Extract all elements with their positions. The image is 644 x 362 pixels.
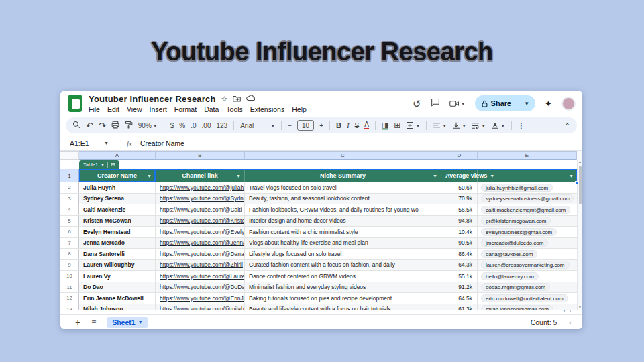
sheet-tab-menu-icon[interactable]: ▼ — [138, 320, 143, 324]
cell-average-views[interactable]: 10.4k — [441, 227, 478, 237]
cell-creator-name[interactable]: Lauren Willoughby — [79, 260, 156, 271]
cell-niche-summary[interactable]: Fashion content with a chic minimalist s… — [245, 227, 441, 237]
cell-email[interactable]: erin.mcdowell@unitedtalent.com — [478, 293, 577, 304]
column-dropdown-icon[interactable]: ▼ — [147, 174, 152, 178]
row-number[interactable]: 8 — [60, 249, 79, 259]
strikethrough-button[interactable]: S — [355, 122, 360, 129]
cell-channel-link[interactable]: https://www.youtube.com/@DanaSantorelli — [156, 249, 245, 259]
fill-handle[interactable] — [575, 181, 578, 184]
increase-font-size-button[interactable]: + — [319, 122, 323, 129]
undo-icon[interactable]: ↶ — [86, 121, 93, 131]
selection-count[interactable]: Count: 5 — [531, 318, 557, 326]
meet-camera-icon[interactable]: ▼ — [449, 100, 466, 107]
percent-format-button[interactable]: % — [179, 122, 185, 129]
cell-creator-name[interactable]: Evelyn Hemstead — [79, 227, 156, 237]
channel-link-text[interactable]: https://www.youtube.com/@KristenMcGowan — [160, 217, 245, 224]
increase-decimals-button[interactable]: .00 — [202, 122, 211, 129]
channel-link-text[interactable]: https://www.youtube.com/@ErinJeanneMcDow… — [160, 295, 245, 302]
cell-niche-summary[interactable]: Fashion lookbooks, GRWM videos, and dail… — [245, 204, 441, 215]
share-dropdown-icon[interactable]: ▼ — [521, 101, 533, 107]
cell-email[interactable]: lauren@crossovermarketing.com — [478, 260, 577, 271]
cell-channel-link[interactable]: https://www.youtube.com/@SydneySerena — [156, 194, 245, 204]
cell-channel-link[interactable]: https://www.youtube.com/@KristenMcGowan — [156, 216, 245, 227]
header-cell-niche-summary[interactable]: Niche Summary ▼ — [245, 169, 441, 182]
row-number[interactable]: 4 — [60, 204, 79, 215]
text-wrap-button[interactable]: ▼ — [472, 122, 486, 129]
cell-email[interactable]: evelynbusiness@gmail.com — [478, 227, 577, 237]
print-icon[interactable] — [111, 121, 119, 130]
menu-item-data[interactable]: Data — [204, 105, 219, 113]
cell-average-views[interactable]: 86.4k — [441, 249, 478, 259]
borders-button[interactable]: ⊞ — [394, 121, 400, 130]
font-select[interactable]: Arial ▼ — [240, 122, 275, 129]
cell-niche-summary[interactable]: Beauty and lifestyle content with a focu… — [245, 304, 441, 310]
collapse-stats-icon[interactable]: ‹ — [569, 318, 572, 326]
paint-format-icon[interactable] — [125, 121, 133, 130]
row-number-1[interactable]: 1 — [60, 169, 79, 182]
cell-niche-summary[interactable]: Curated fashion content with a focus on … — [245, 260, 441, 271]
scroll-down-icon[interactable]: ▼ — [578, 305, 582, 310]
add-sheet-button[interactable]: + — [75, 317, 80, 328]
italic-button[interactable]: I — [347, 121, 350, 129]
channel-link-text[interactable]: https://www.youtube.com/@DanaSantorelli — [160, 251, 245, 257]
email-chip[interactable]: dana@tavkbell.com — [481, 250, 537, 258]
cell-niche-summary[interactable]: Beauty, fashion, and seasonal lookbook c… — [245, 194, 441, 204]
account-avatar[interactable] — [561, 97, 576, 111]
column-header-b[interactable]: B — [156, 151, 245, 160]
cell-creator-name[interactable]: Julia Huynh — [79, 182, 156, 193]
cell-channel-link[interactable]: https://www.youtube.com/@DoDao — [156, 282, 245, 293]
cell-average-views[interactable]: 64.3k — [441, 260, 478, 271]
email-chip[interactable]: erin.mcdowell@unitedtalent.com — [481, 294, 568, 302]
decrease-font-size-button[interactable]: − — [288, 122, 292, 129]
menu-item-format[interactable]: Format — [174, 105, 197, 113]
text-rotate-button[interactable]: ▼ — [491, 122, 505, 129]
cell-average-views[interactable]: 94.8k — [441, 216, 478, 227]
menu-item-help[interactable]: Help — [292, 105, 307, 113]
cell-channel-link[interactable]: https://www.youtube.com/@Zhirll — [156, 260, 245, 271]
cell-channel-link[interactable]: https://www.youtube.com/@milahjohnson — [156, 304, 245, 310]
email-chip[interactable]: dodao.mgmt@gmail.com — [481, 283, 550, 291]
cell-email[interactable]: dana@tavkbell.com — [478, 249, 577, 259]
channel-link-text[interactable]: https://www.youtube.com/@milahjohnson — [160, 306, 245, 310]
cell-email[interactable]: julia.huynhbiz@gmail.com — [478, 182, 577, 193]
menu-item-extensions[interactable]: Extensions — [250, 105, 284, 113]
row-number[interactable]: 13 — [60, 304, 79, 310]
cell-niche-summary[interactable]: Interior design and home decor videos — [245, 216, 441, 227]
more-toolbar-button[interactable]: ⋮ — [518, 122, 525, 129]
cloud-status-icon[interactable] — [246, 95, 255, 103]
cell-average-views[interactable]: 61.3k — [441, 304, 478, 310]
sheet-tab-sheet1[interactable]: Sheet1 ▼ — [107, 317, 148, 328]
sheets-logo-icon[interactable] — [68, 95, 82, 112]
menu-item-view[interactable]: View — [127, 105, 142, 113]
email-chip[interactable]: hello@laurenvy.com — [481, 272, 539, 280]
email-chip[interactable]: caiti.mackenziemgmt@gmail.com — [481, 206, 570, 214]
cell-email[interactable]: hello@laurenvy.com — [478, 271, 577, 282]
row-number[interactable]: 9 — [60, 260, 79, 271]
email-chip[interactable]: milah.johnson@gmail.com — [481, 305, 553, 310]
cell-creator-name[interactable]: Do Dao — [79, 282, 156, 293]
row-number[interactable]: 6 — [60, 227, 79, 237]
star-icon[interactable]: ☆ — [221, 95, 228, 103]
vertical-align-button[interactable]: ▼ — [452, 122, 466, 129]
cell-creator-name[interactable]: Caiti Mackenzie — [79, 204, 156, 215]
email-chip[interactable]: evelynbusiness@gmail.com — [481, 228, 557, 236]
zoom-select[interactable]: 90% ▼ — [138, 122, 158, 129]
email-chip[interactable]: jmercado@dulcedo.com — [481, 239, 548, 247]
channel-link-text[interactable]: https://www.youtube.com/@LaurenVy — [160, 273, 245, 280]
font-size-input[interactable]: 10 — [297, 120, 314, 131]
row-number[interactable]: 11 — [60, 282, 79, 293]
cell-niche-summary[interactable]: Vlogs about healthy life exercise and me… — [245, 238, 441, 249]
bold-button[interactable]: B — [336, 121, 341, 129]
all-sheets-menu-button[interactable]: ≡ — [91, 318, 96, 327]
cell-creator-name[interactable]: Milah Johnson — [79, 304, 156, 310]
cell-email[interactable]: sydneyserenabusiness@gmail.com — [478, 194, 577, 204]
cell-channel-link[interactable]: https://www.youtube.com/@ErinJeanneMcDow… — [156, 293, 245, 304]
cell-average-views[interactable]: 70.9k — [441, 194, 478, 204]
cell-creator-name[interactable]: Erin Jeanne McDowell — [79, 293, 156, 304]
horizontal-align-button[interactable]: ▼ — [433, 122, 447, 129]
cell-email[interactable]: caiti.mackenziemgmt@gmail.com — [478, 204, 577, 215]
cell-niche-summary[interactable]: Lifestyle vlogs focused on solo travel — [245, 249, 441, 259]
header-cell-creator-name[interactable]: Creator Name ▼ — [79, 169, 156, 182]
merge-cells-button[interactable]: ▼ — [406, 121, 420, 129]
row-number[interactable]: 5 — [60, 216, 79, 227]
